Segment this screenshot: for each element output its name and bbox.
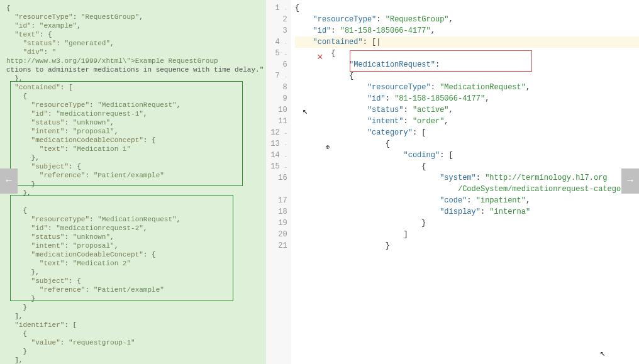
line-number: 14 - xyxy=(266,150,287,161)
code-line: ] xyxy=(295,229,639,240)
next-arrow-button[interactable]: → xyxy=(621,168,639,194)
code-line: { xyxy=(295,161,639,172)
code-line: ], xyxy=(6,312,260,321)
arrow-right-icon: → xyxy=(627,177,633,185)
code-line: } xyxy=(6,347,260,356)
line-number xyxy=(266,184,287,195)
code-line: "div": "http://www.w3.org/1999/xhtml\">E… xyxy=(6,48,260,65)
code-line: "resourceType": "RequestGroup", xyxy=(6,13,260,21)
line-number: 21 xyxy=(266,240,287,251)
code-line: "text": { xyxy=(6,30,260,39)
code-line: }, xyxy=(6,189,260,197)
code-line: }, xyxy=(6,153,260,162)
code-line: "display": "interna" xyxy=(295,206,639,218)
code-line: { xyxy=(295,70,639,82)
code-line: /CodeSystem/medicationrequest-category", xyxy=(295,184,639,195)
line-number: 20 xyxy=(266,229,287,240)
line-number: 2 xyxy=(266,14,287,25)
line-number: 5 - xyxy=(266,48,287,59)
line-number: 13 - xyxy=(266,138,287,150)
code-line: ], xyxy=(6,356,260,364)
code-line: "medicationCodeableConcept": { xyxy=(6,250,260,259)
line-number: 18 xyxy=(266,206,287,218)
code-line: }, xyxy=(6,268,260,277)
code-line: "id": "medicationrequest-2", xyxy=(6,224,260,233)
code-line: "status": "generated", xyxy=(6,39,260,48)
line-number: 17 xyxy=(266,195,287,206)
right-code-pane[interactable]: 1 -234 -5 -67 -89101112 -13 -14 -15 -161… xyxy=(266,0,639,364)
code-line: { xyxy=(295,138,639,150)
code-line: { xyxy=(295,3,639,14)
split-view: { "resourceType": "RequestGroup", "id": … xyxy=(0,0,639,364)
left-code-pane[interactable]: { "resourceType": "RequestGroup", "id": … xyxy=(0,0,266,364)
code-line: { xyxy=(6,4,260,13)
line-number: 16 xyxy=(266,172,287,184)
code-line: "resourceType": "MedicationRequest", xyxy=(6,101,260,109)
line-number: 4 - xyxy=(266,36,287,48)
code-line: "text": "Medication 2" xyxy=(6,259,260,268)
code-line: "text": "Medication 1" xyxy=(6,145,260,153)
code-line: "intent": "proposal", xyxy=(6,127,260,136)
code-line: "id": "81-158-185066-4177", xyxy=(295,25,639,36)
code-line: "resourceType": "RequestGroup", xyxy=(295,14,639,25)
line-gutter: 1 -234 -5 -67 -89101112 -13 -14 -15 -161… xyxy=(266,0,291,364)
code-line: ctions to administer medications in sequ… xyxy=(6,65,260,74)
code-line: } xyxy=(6,294,260,303)
line-number: 19 xyxy=(266,218,287,229)
code-line: "intent": "proposal", xyxy=(6,241,260,250)
code-line: "id": "medicationrequest-1", xyxy=(6,109,260,118)
code-line: { xyxy=(6,92,260,101)
code-line: { xyxy=(6,329,260,338)
code-line: "status": "unknown", xyxy=(6,118,260,127)
line-number: 1 - xyxy=(266,3,287,14)
code-line: "medicationCodeableConcept": { xyxy=(6,136,260,145)
line-number: 7 - xyxy=(266,70,287,82)
line-number: 9 xyxy=(266,93,287,104)
code-line: "system": "http://terminology.hl7.org xyxy=(295,172,639,184)
line-number: 15 - xyxy=(266,161,287,172)
code-line: "identifier": [ xyxy=(6,321,260,329)
code-line: "category": [ xyxy=(295,127,639,138)
code-line: { xyxy=(295,48,639,59)
code-line: "code": "inpatient", xyxy=(295,195,639,206)
line-number: 3 xyxy=(266,25,287,36)
code-line: "status": "active", xyxy=(295,104,639,116)
code-line: "reference": "Patient/example" xyxy=(6,285,260,294)
code-line: } xyxy=(295,218,639,229)
code-line: "status": "unknown", xyxy=(6,233,260,241)
arrow-left-icon: ← xyxy=(6,177,12,185)
code-line: "resourceType": "MedicationRequest", xyxy=(295,82,639,93)
code-line: "resourceType": "MedicationRequest", xyxy=(6,215,260,224)
code-line: "subject": { xyxy=(6,277,260,285)
line-number: 12 - xyxy=(266,127,287,138)
line-number: 8 xyxy=(266,82,287,93)
code-line xyxy=(6,197,260,206)
line-number: 10 xyxy=(266,104,287,116)
code-line: }, xyxy=(6,74,260,83)
code-line: "contained": [ xyxy=(6,83,260,92)
code-line: } xyxy=(6,303,260,312)
code-line: "value": "requestgroup-1" xyxy=(6,338,260,347)
code-line: "subject": { xyxy=(6,162,260,171)
code-line: "coding": [ xyxy=(295,150,639,161)
code-line: "MedicationRequest": xyxy=(295,59,639,70)
code-line: "intent": "order", xyxy=(295,116,639,127)
code-line: { xyxy=(6,206,260,215)
code-line: } xyxy=(295,240,639,251)
code-line: "contained": [| xyxy=(295,36,639,48)
prev-arrow-button[interactable]: ← xyxy=(0,168,18,194)
code-area[interactable]: { "resourceType": "RequestGroup", "id": … xyxy=(291,0,639,364)
line-number: 11 xyxy=(266,116,287,127)
code-line: } xyxy=(6,180,260,189)
code-line: "id": "81-158-185066-4177", xyxy=(295,93,639,104)
code-line: "reference": "Patient/example" xyxy=(6,171,260,180)
code-line: "id": "example", xyxy=(6,21,260,30)
line-number: 6 xyxy=(266,59,287,70)
